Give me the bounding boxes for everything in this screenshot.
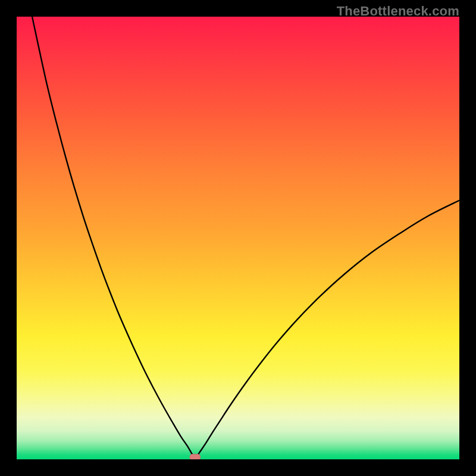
chart-svg — [17, 17, 459, 459]
plot-area — [17, 17, 459, 459]
optimum-marker — [190, 454, 201, 459]
watermark-text: TheBottleneck.com — [337, 4, 459, 19]
chart-frame: TheBottleneck.com — [0, 0, 476, 476]
